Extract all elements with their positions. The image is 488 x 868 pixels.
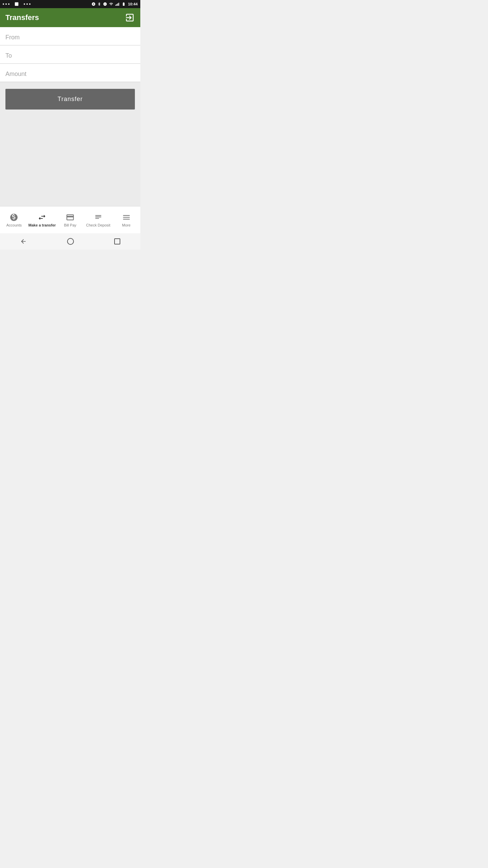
nav-label-check-deposit: Check Deposit bbox=[86, 223, 110, 227]
page-title: Transfers bbox=[5, 13, 39, 22]
signal-dot-3 bbox=[8, 3, 9, 5]
recent-apps-button[interactable] bbox=[114, 238, 120, 244]
svg-rect-3 bbox=[118, 3, 119, 6]
back-button[interactable] bbox=[20, 238, 27, 245]
menu-icon bbox=[122, 213, 131, 222]
minus-circle-icon bbox=[103, 2, 107, 6]
from-field[interactable]: From bbox=[0, 27, 140, 45]
bill-pay-icon bbox=[66, 213, 75, 222]
nav-label-more: More bbox=[122, 223, 130, 227]
amount-label: Amount bbox=[5, 71, 26, 77]
logout-icon[interactable] bbox=[125, 13, 135, 23]
nav-item-bill-pay[interactable]: Bill Pay bbox=[56, 210, 84, 230]
nav-label-accounts: Accounts bbox=[6, 223, 22, 227]
nav-label-make-a-transfer: Make a transfer bbox=[28, 223, 56, 227]
signal-dot-5 bbox=[26, 3, 28, 5]
dollar-circle-icon bbox=[9, 213, 18, 222]
nav-label-bill-pay: Bill Pay bbox=[64, 223, 77, 227]
to-field[interactable]: To bbox=[0, 45, 140, 64]
nav-item-more[interactable]: More bbox=[112, 210, 140, 230]
android-nav bbox=[0, 233, 140, 250]
svg-rect-0 bbox=[115, 5, 116, 6]
signal-icon bbox=[115, 2, 119, 6]
svg-rect-1 bbox=[116, 4, 117, 6]
transfer-arrows-icon bbox=[38, 213, 46, 222]
signal-dot-6 bbox=[29, 3, 30, 5]
status-bar: 10:44 bbox=[0, 0, 140, 8]
wifi-icon bbox=[109, 2, 114, 6]
from-label: From bbox=[5, 34, 20, 41]
svg-rect-2 bbox=[117, 3, 118, 6]
signal-dot-4 bbox=[24, 3, 25, 5]
transfer-section: Transfer bbox=[0, 82, 140, 206]
nav-item-check-deposit[interactable]: Check Deposit bbox=[84, 210, 112, 230]
to-label: To bbox=[5, 52, 12, 59]
signal-dot-1 bbox=[3, 3, 4, 5]
bluetooth-icon bbox=[97, 2, 101, 6]
main-content: From To Amount Transfer bbox=[0, 27, 140, 206]
photo-icon bbox=[14, 2, 19, 6]
status-time: 10:44 bbox=[128, 2, 138, 6]
nav-item-make-a-transfer[interactable]: Make a transfer bbox=[28, 210, 56, 230]
check-deposit-icon bbox=[94, 213, 103, 222]
add-circle-icon bbox=[92, 2, 96, 6]
transfer-button[interactable]: Transfer bbox=[5, 89, 135, 110]
bottom-nav: Accounts Make a transfer Bill Pay Check … bbox=[0, 206, 140, 233]
home-button[interactable] bbox=[67, 238, 74, 245]
status-bar-left bbox=[3, 2, 30, 6]
signal-dot-2 bbox=[5, 3, 7, 5]
battery-icon bbox=[121, 2, 126, 6]
status-bar-icons: 10:44 bbox=[92, 2, 138, 6]
app-bar: Transfers bbox=[0, 8, 140, 27]
amount-field[interactable]: Amount bbox=[0, 64, 140, 82]
nav-item-accounts[interactable]: Accounts bbox=[0, 210, 28, 230]
